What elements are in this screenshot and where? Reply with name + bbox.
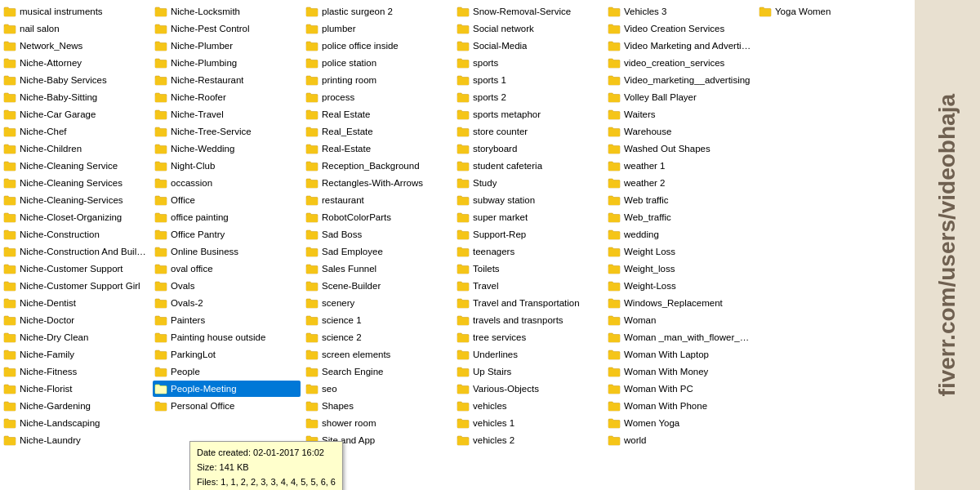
folder-item[interactable]: Niche-Cleaning Service: [2, 158, 149, 174]
folder-item[interactable]: Niche-Doctor: [2, 312, 149, 328]
folder-item[interactable]: occassion: [153, 175, 301, 191]
folder-item[interactable]: sports 2: [455, 89, 603, 105]
folder-item[interactable]: Real_Estate: [304, 123, 452, 140]
folder-item[interactable]: plastic surgeon 2: [304, 3, 452, 20]
folder-item[interactable]: Weight_loss: [606, 261, 754, 277]
folder-item[interactable]: Snow-Removal-Service: [455, 3, 603, 20]
folder-item[interactable]: Travel and Transportation: [455, 295, 603, 311]
folder-item[interactable]: Online Business: [153, 243, 301, 260]
folder-item[interactable]: Office: [153, 192, 301, 208]
folder-item[interactable]: Niche-Car Garage: [2, 106, 149, 122]
folder-item[interactable]: Reception_Background: [304, 158, 452, 174]
folder-item[interactable]: office painting: [153, 209, 301, 225]
folder-item[interactable]: process: [304, 89, 452, 105]
folder-item[interactable]: Painters: [153, 312, 301, 328]
folder-item[interactable]: Video Marketing and Advertising: [606, 38, 754, 54]
folder-item[interactable]: Niche-Plumbing: [153, 55, 301, 71]
folder-item[interactable]: Yoga Women: [757, 3, 905, 20]
folder-item[interactable]: Niche-Baby Services: [2, 72, 149, 88]
folder-item[interactable]: ParkingLot: [153, 346, 301, 363]
folder-item[interactable]: Network_News: [2, 38, 149, 54]
folder-item[interactable]: teenagers: [455, 243, 603, 260]
folder-item[interactable]: Woman With Money: [606, 363, 754, 380]
folder-item[interactable]: Niche-Dentist: [2, 295, 149, 311]
folder-item[interactable]: wedding: [606, 226, 754, 243]
folder-item[interactable]: Various-Objects: [455, 381, 603, 397]
folder-item[interactable]: student cafeteria: [455, 158, 603, 174]
folder-item[interactable]: Niche-Dry Clean: [2, 329, 149, 345]
folder-item[interactable]: Video_marketing__advertising: [606, 72, 754, 88]
folder-item[interactable]: People: [153, 363, 301, 380]
folder-item[interactable]: Social-Media: [455, 38, 603, 54]
folder-item[interactable]: Vehicles 3: [606, 3, 754, 20]
folder-item[interactable]: Niche-Customer Support: [2, 261, 149, 277]
folder-item[interactable]: Niche-Pest Control: [153, 20, 301, 37]
folder-item[interactable]: Sales Funnel: [304, 261, 452, 277]
folder-item[interactable]: Personal Office: [153, 398, 301, 414]
folder-item[interactable]: Scene-Builder: [304, 278, 452, 294]
folder-item[interactable]: Social network: [455, 20, 603, 37]
folder-item[interactable]: Niche-Locksmith: [153, 3, 301, 20]
folder-item[interactable]: travels and trasnports: [455, 312, 603, 328]
folder-item[interactable]: Niche-Plumber: [153, 38, 301, 54]
folder-item[interactable]: sports: [455, 55, 603, 71]
folder-item[interactable]: science 1: [304, 312, 452, 328]
folder-item[interactable]: screen elements: [304, 346, 452, 363]
folder-item[interactable]: Niche-Florist: [2, 381, 149, 397]
folder-item[interactable]: Search Engine: [304, 363, 452, 380]
folder-item[interactable]: Weight-Loss: [606, 278, 754, 294]
folder-item[interactable]: Niche-Tree-Service: [153, 123, 301, 140]
folder-item[interactable]: Real-Estate: [304, 140, 452, 157]
folder-item[interactable]: Niche-Customer Support Girl: [2, 278, 149, 294]
folder-item[interactable]: People-Meeting: [153, 381, 301, 397]
folder-item[interactable]: Niche-Fitness: [2, 363, 149, 380]
folder-item[interactable]: vehicles 2: [455, 432, 603, 448]
folder-item[interactable]: science 2: [304, 329, 452, 345]
folder-item[interactable]: Rectangles-With-Arrows: [304, 175, 452, 191]
folder-item[interactable]: Waiters: [606, 106, 754, 122]
folder-item[interactable]: Site and App: [304, 432, 452, 448]
folder-item[interactable]: musical instruments: [2, 3, 149, 20]
folder-item[interactable]: Niche-Travel: [153, 106, 301, 122]
folder-item[interactable]: Woman With PC: [606, 381, 754, 397]
folder-item[interactable]: Volley Ball Player: [606, 89, 754, 105]
folder-item[interactable]: Niche-Closet-Organizing: [2, 209, 149, 225]
folder-item[interactable]: RobotColorParts: [304, 209, 452, 225]
folder-item[interactable]: Niche-Construction: [2, 226, 149, 243]
folder-item[interactable]: weather 1: [606, 158, 754, 174]
folder-item[interactable]: nail salon: [2, 20, 149, 37]
folder-item[interactable]: police office inside: [304, 38, 452, 54]
folder-item[interactable]: scenery: [304, 295, 452, 311]
folder-item[interactable]: Women Yoga: [606, 415, 754, 431]
folder-item[interactable]: Niche-Attorney: [2, 55, 149, 71]
folder-item[interactable]: Niche-Children: [2, 140, 149, 157]
folder-item[interactable]: Niche-Gardening: [2, 398, 149, 414]
folder-item[interactable]: Niche-Laundry: [2, 432, 149, 448]
folder-item[interactable]: storyboard: [455, 140, 603, 157]
folder-item[interactable]: super market: [455, 209, 603, 225]
folder-item[interactable]: Weight Loss: [606, 243, 754, 260]
folder-item[interactable]: Toilets: [455, 261, 603, 277]
folder-item[interactable]: Niche-Restaurant: [153, 72, 301, 88]
folder-item[interactable]: Travel: [455, 278, 603, 294]
folder-item[interactable]: Woman: [606, 312, 754, 328]
folder-item[interactable]: Support-Rep: [455, 226, 603, 243]
folder-item[interactable]: Niche-Landscaping: [2, 415, 149, 431]
folder-item[interactable]: Ovals: [153, 278, 301, 294]
folder-item[interactable]: sports metaphor: [455, 106, 603, 122]
folder-item[interactable]: Web_traffic: [606, 209, 754, 225]
folder-item[interactable]: Niche-Cleaning-Services: [2, 192, 149, 208]
folder-item[interactable]: Woman With Phone: [606, 398, 754, 414]
folder-item[interactable]: Niche-Chef: [2, 123, 149, 140]
folder-item[interactable]: Up Stairs: [455, 363, 603, 380]
folder-item[interactable]: vehicles 1: [455, 415, 603, 431]
folder-item[interactable]: Washed Out Shapes: [606, 140, 754, 157]
folder-item[interactable]: Study: [455, 175, 603, 191]
folder-item[interactable]: Niche-Wedding: [153, 140, 301, 157]
folder-item[interactable]: Ovals-2: [153, 295, 301, 311]
folder-item[interactable]: Sad Boss: [304, 226, 452, 243]
folder-item[interactable]: Niche-Construction And Builders: [2, 243, 149, 260]
folder-item[interactable]: Niche-Baby-Sitting: [2, 89, 149, 105]
folder-item[interactable]: sports 1: [455, 72, 603, 88]
folder-item[interactable]: shower room: [304, 415, 452, 431]
